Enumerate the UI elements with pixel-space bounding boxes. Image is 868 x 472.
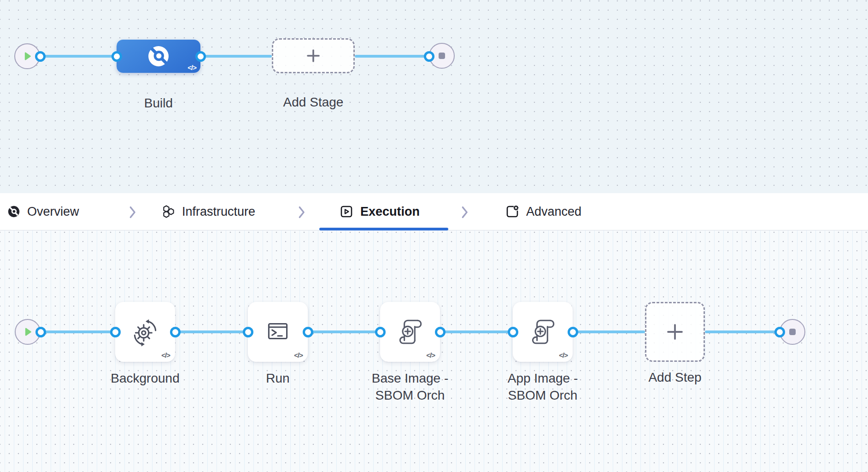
port[interactable]	[170, 327, 181, 337]
tab-overview-label: Overview	[27, 205, 79, 219]
stop-icon	[787, 326, 798, 337]
add-step-label: Add Step	[631, 369, 719, 386]
tab-execution-label: Execution	[360, 205, 420, 219]
step-node-background[interactable]: </>	[115, 302, 175, 362]
code-icon: </>	[294, 351, 303, 359]
scroll-plus-icon	[528, 317, 558, 347]
port[interactable]	[303, 327, 313, 337]
code-icon: </>	[426, 351, 435, 359]
port[interactable]	[508, 327, 518, 337]
add-step-button[interactable]	[645, 302, 705, 362]
add-stage-button[interactable]	[272, 38, 355, 73]
port[interactable]	[110, 327, 121, 337]
port[interactable]	[774, 327, 785, 337]
step-label: Run	[234, 370, 322, 387]
step-node-base-image-sbom[interactable]: </>	[380, 302, 440, 362]
code-icon: </>	[161, 351, 170, 359]
port[interactable]	[195, 51, 206, 62]
play-icon	[21, 50, 33, 62]
step-node-app-image-sbom[interactable]: </>	[513, 302, 573, 362]
port[interactable]	[568, 327, 578, 337]
edge	[41, 330, 115, 333]
step-label: Background	[101, 370, 189, 387]
terminal-icon	[263, 317, 293, 347]
chevron-right-icon	[298, 206, 305, 218]
port[interactable]	[424, 51, 434, 62]
step-node-run[interactable]: </>	[248, 302, 308, 362]
tab-execution[interactable]: Execution	[339, 193, 420, 230]
chevron-right-icon	[129, 206, 136, 218]
code-icon: </>	[559, 351, 568, 359]
tab-overview[interactable]: Overview	[7, 193, 79, 230]
edge	[308, 330, 380, 333]
active-tab-indicator	[319, 228, 448, 230]
edge-start-to-build	[40, 55, 117, 58]
edge	[175, 330, 248, 333]
ci-overview-icon	[7, 205, 21, 218]
plus-icon	[304, 47, 323, 65]
hexagons-icon	[161, 204, 176, 219]
edge	[573, 330, 645, 333]
settings-box-icon	[505, 204, 520, 219]
edge-build-to-addstage	[200, 55, 272, 58]
scroll-plus-icon	[395, 317, 425, 347]
stage-node-build[interactable]: </>	[117, 40, 200, 73]
port[interactable]	[35, 51, 46, 62]
edge	[705, 330, 780, 333]
step-label: App Image - SBOM Orch	[499, 370, 586, 404]
port[interactable]	[111, 51, 122, 62]
code-icon: </>	[188, 64, 196, 71]
port[interactable]	[243, 327, 253, 337]
play-square-icon	[339, 204, 354, 219]
port[interactable]	[375, 327, 386, 337]
play-icon	[22, 326, 34, 338]
tab-infrastructure[interactable]: Infrastructure	[161, 193, 255, 230]
edge	[440, 330, 513, 333]
gear-sync-icon	[130, 317, 160, 347]
stop-icon	[436, 50, 447, 61]
ci-build-icon	[146, 44, 171, 69]
edge-addstage-to-end	[355, 55, 429, 58]
tab-infrastructure-label: Infrastructure	[182, 205, 255, 219]
stage-canvas: </> Build Add Stage	[0, 0, 868, 193]
stage-config-tabbar: Overview Infrastructure Execution	[0, 193, 868, 230]
port[interactable]	[35, 327, 46, 337]
tab-advanced[interactable]: Advanced	[505, 193, 581, 230]
add-stage-label: Add Stage	[267, 94, 359, 111]
step-label: Base Image - SBOM Orch	[366, 370, 454, 404]
chevron-right-icon	[461, 206, 469, 218]
stage-label: Build	[112, 94, 205, 112]
port[interactable]	[435, 327, 446, 337]
execution-canvas: </> </> </>	[0, 230, 868, 472]
plus-icon	[664, 321, 686, 342]
tab-advanced-label: Advanced	[526, 205, 581, 219]
